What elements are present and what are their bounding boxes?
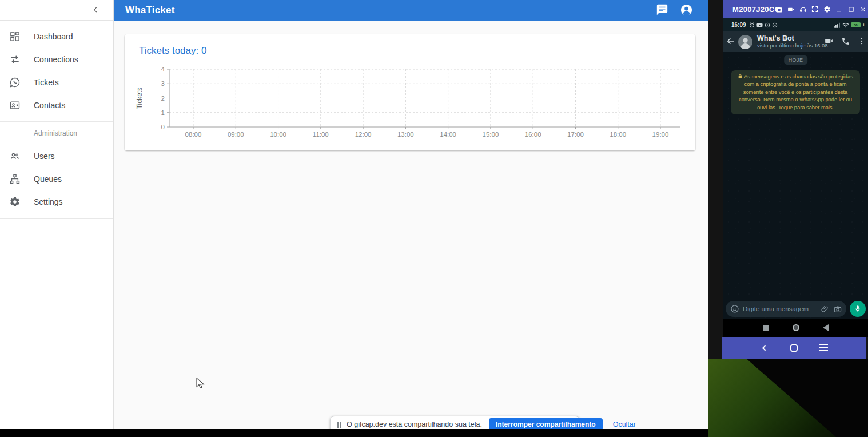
android-status-bar: 16:09 50 + <box>723 18 868 31</box>
camera-icon[interactable] <box>775 5 783 13</box>
svg-text:4: 4 <box>161 66 165 73</box>
videocam-icon[interactable] <box>824 36 834 47</box>
emulator-window: M2007J20CG 16:09 <box>723 0 868 359</box>
message-input-row: Digite uma mensagem <box>723 300 868 317</box>
app-title: WhaTicket <box>125 5 175 16</box>
swap-arrows-icon <box>8 53 22 66</box>
svg-text:09:00: 09:00 <box>228 131 244 138</box>
account-tree-icon <box>8 172 22 186</box>
youtube-icon <box>756 22 763 28</box>
tickets-chart: 08:0009:0010:0011:0012:0013:0014:0015:00… <box>125 62 695 145</box>
sidebar-nav: Dashboard Connections Tickets <box>0 21 113 218</box>
sidebar-item-dashboard[interactable]: Dashboard <box>0 25 113 48</box>
more-vert-icon[interactable] <box>858 37 866 47</box>
sidebar-item-label: Users <box>34 152 55 161</box>
battery-icon: 50 <box>851 22 861 27</box>
screen: Dashboard Connections Tickets <box>0 0 868 437</box>
close-icon[interactable] <box>859 5 867 13</box>
sidebar-item-connections[interactable]: Connections <box>0 48 113 71</box>
back-chevron-icon[interactable] <box>760 344 769 352</box>
emulator-titlebar[interactable]: M2007J20CG <box>723 0 868 18</box>
videocam-icon[interactable] <box>787 5 795 13</box>
phone-screen: 16:09 50 + <box>723 18 868 337</box>
svg-text:0: 0 <box>161 124 165 130</box>
desktop-background: M2007J20CG 16:09 <box>708 0 868 437</box>
svg-text:17:00: 17:00 <box>567 131 584 138</box>
emulator-nav-bar <box>722 337 866 359</box>
date-chip: HOJE <box>784 55 808 65</box>
svg-text:Tickets: Tickets <box>136 88 144 109</box>
chat-area: HOJE As mensagens e as chamadas são prot… <box>723 52 868 319</box>
menu-icon[interactable] <box>819 344 828 352</box>
chat-icon[interactable] <box>655 3 669 17</box>
sidebar-item-queues[interactable]: Queues <box>0 168 113 190</box>
people-icon <box>8 149 22 163</box>
maximize-icon[interactable] <box>847 5 855 13</box>
sidebar-item-settings[interactable]: Settings <box>0 190 113 213</box>
svg-text:08:00: 08:00 <box>185 131 202 138</box>
svg-text:19:00: 19:00 <box>652 131 669 138</box>
sidebar-item-label: Settings <box>34 197 63 206</box>
status-time: 16:09 <box>731 22 746 28</box>
e2e-encryption-banner[interactable]: As mensagens e as chamadas são protegida… <box>731 70 860 114</box>
e2e-notice-text: As mensagens e as chamadas são protegida… <box>739 74 853 110</box>
emoji-icon[interactable] <box>730 304 739 313</box>
fullscreen-icon[interactable] <box>811 5 819 13</box>
contact-name: What's Bot <box>757 34 828 42</box>
svg-text:1: 1 <box>161 109 165 116</box>
sidebar-item-label: Queues <box>34 174 62 184</box>
alarm-icon <box>749 22 755 28</box>
whaticket-app: Dashboard Connections Tickets <box>0 0 708 429</box>
sidebar: Dashboard Connections Tickets <box>0 0 114 429</box>
svg-text:10:00: 10:00 <box>270 131 286 138</box>
settings-icon[interactable] <box>823 5 831 13</box>
sidebar-item-tickets[interactable]: Tickets <box>0 71 113 94</box>
svg-text:2: 2 <box>161 95 165 102</box>
data-circle-icon <box>765 22 770 28</box>
svg-text:3: 3 <box>161 80 165 87</box>
desktop-wallpaper <box>708 359 868 437</box>
attach-icon[interactable] <box>821 305 829 313</box>
headset-icon[interactable] <box>799 5 807 13</box>
camera-icon[interactable] <box>833 305 842 313</box>
recents-square-icon[interactable] <box>763 325 769 331</box>
call-icon[interactable] <box>841 37 850 47</box>
svg-text:14:00: 14:00 <box>440 131 456 138</box>
account-circle-icon[interactable] <box>679 3 693 17</box>
hide-share-bar-link[interactable]: Ocultar <box>610 420 639 429</box>
home-circle-icon[interactable] <box>793 324 799 331</box>
tickets-today-card: Tickets today: 0 08:0009:0010:0011:0012:… <box>125 34 695 150</box>
contact-avatar[interactable] <box>738 35 752 49</box>
back-arrow-icon[interactable] <box>726 37 735 47</box>
share-message: O gifcap.dev está compartilhando sua tel… <box>347 420 482 428</box>
whatsapp-header: What's Bot visto por último hoje às 16:0… <box>723 31 868 52</box>
sidebar-section-label: Administration <box>0 122 113 145</box>
sidebar-item-label: Connections <box>34 55 78 64</box>
sidebar-header <box>0 0 113 21</box>
charging-plus-icon: + <box>862 22 865 28</box>
wifi-icon <box>842 22 849 28</box>
back-triangle-icon[interactable] <box>823 324 829 331</box>
minimize-icon[interactable] <box>835 5 843 13</box>
sidebar-item-contacts[interactable]: Contacts <box>0 94 113 117</box>
dashboard-icon <box>8 30 22 43</box>
sidebar-item-label: Tickets <box>34 78 59 87</box>
svg-text:12:00: 12:00 <box>355 131 372 138</box>
contact-info[interactable]: What's Bot visto por último hoje às 16:0… <box>757 34 828 49</box>
appbar: WhaTicket <box>114 0 708 21</box>
svg-text:11:00: 11:00 <box>313 131 329 138</box>
input-placeholder: Digite uma mensagem <box>743 305 821 312</box>
emulator-window-title: M2007J20CG <box>732 5 781 14</box>
android-nav-bar <box>723 319 868 337</box>
sidebar-item-label: Contacts <box>34 101 65 110</box>
share-pause-icon <box>337 422 341 428</box>
home-circle-icon[interactable] <box>790 344 798 352</box>
sidebar-collapse-button[interactable] <box>88 3 103 18</box>
sync-circle-icon <box>772 22 778 28</box>
message-input[interactable]: Digite uma mensagem <box>726 301 846 317</box>
lock-icon <box>738 74 743 79</box>
bottom-black-strip <box>0 429 708 437</box>
svg-text:15:00: 15:00 <box>483 131 499 138</box>
mic-icon[interactable] <box>850 301 866 317</box>
sidebar-item-users[interactable]: Users <box>0 145 113 168</box>
